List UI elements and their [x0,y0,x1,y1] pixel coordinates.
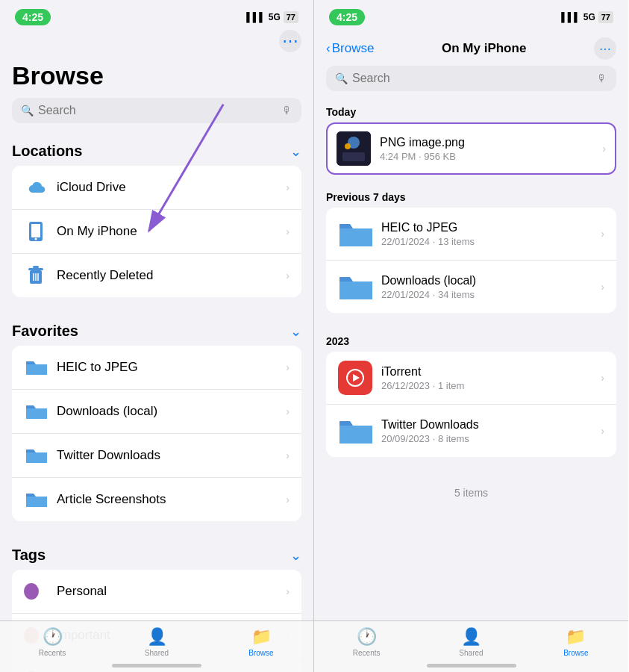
recently-deleted-item[interactable]: Recently Deleted › [12,254,301,297]
locations-group: iCloud Drive › On My iPhone › Recently D… [12,166,301,297]
heic-jpeg-right-meta: 22/01/2024 · 13 items [381,236,601,247]
status-time-right: 4:25 [329,9,365,25]
prev-group: HEIC to JPEG 22/01/2024 · 13 items › Dow… [326,208,616,313]
right-content: Today PNG image.png 4:24 PM · 956 KB › P… [314,100,628,672]
svg-rect-4 [28,268,43,270]
downloads-local-fav-label: Downloads (local) [57,404,286,419]
home-indicator-left [112,664,201,668]
icloud-drive-label: iCloud Drive [57,180,286,195]
browse-icon-left: 📁 [251,627,272,647]
favorites-section-header: Favorites ⌄ [0,312,313,346]
battery-icon-right: 77 [598,11,613,23]
recents-label-left: Recents [39,649,66,657]
itorrent-item[interactable]: iTorrent 26/12/2023 · 1 item › [326,352,616,405]
downloads-local-fav-item[interactable]: Downloads (local) › [12,390,301,434]
tags-chevron[interactable]: ⌄ [290,547,301,564]
svg-rect-12 [342,152,365,161]
tab-shared-right[interactable]: 👤 Shared [419,627,523,657]
twitter-downloads-fav-item[interactable]: Twitter Downloads › [12,434,301,478]
home-indicator-right [427,664,516,668]
on-my-iphone-chevron: › [286,225,290,237]
personal-tag-icon [24,579,48,603]
mic-icon-left[interactable]: 🎙 [282,105,292,116]
locations-chevron[interactable]: ⌄ [290,143,301,160]
trash-icon [24,264,48,287]
itorrent-info: iTorrent 26/12/2023 · 1 item [381,365,601,391]
tab-browse-right[interactable]: 📁 Browse [524,627,628,657]
svg-rect-5 [33,266,39,268]
items-count: 5 items [314,472,628,506]
search-bar-left[interactable]: 🔍 🎙 [12,98,301,123]
browse-label-right: Browse [563,649,588,657]
today-item-meta: 4:24 PM · 956 KB [380,151,602,162]
folder-icon-article [24,488,48,511]
today-png-item[interactable]: PNG image.png 4:24 PM · 956 KB › [326,122,616,175]
on-my-iphone-item[interactable]: On My iPhone › [12,210,301,254]
chevron-left-icon: ‹ [326,41,331,56]
folder-icon-twitter [24,444,48,467]
heic-jpeg-right-info: HEIC to JPEG 22/01/2024 · 13 items [381,221,601,247]
mic-icon-right[interactable]: 🎙 [597,72,607,84]
more-button-left[interactable]: ⋯ [279,30,301,52]
more-button-right[interactable]: ⋯ [594,37,616,60]
folder-icon-downloads [24,399,48,423]
svg-point-13 [345,143,351,149]
folder-icon-dl-right [338,270,372,304]
downloads-local-right-name: Downloads (local) [381,274,601,287]
shared-label-right: Shared [459,649,483,657]
tab-recents-left[interactable]: 🕐 Recents [0,627,104,657]
search-icon-left: 🔍 [21,105,34,116]
article-screenshots-fav-label: Article Screenshots [57,492,286,507]
search-bar-right[interactable]: 🔍 🎙 [326,66,616,91]
shared-label-left: Shared [145,649,169,657]
favorites-title: Favorites [12,323,78,340]
icloud-drive-chevron: › [286,181,290,193]
twitter-downloads-right-item[interactable]: Twitter Downloads 20/09/2023 · 8 items › [326,405,616,457]
itorrent-chevron: › [601,372,604,384]
downloads-local-right-item[interactable]: Downloads (local) 22/01/2024 · 34 items … [326,261,616,313]
network-icon-left: 5G [269,12,281,22]
battery-icon-left: 77 [284,11,298,23]
twitter-downloads-right-meta: 20/09/2023 · 8 items [381,433,601,444]
heic-jpeg-right-item[interactable]: HEIC to JPEG 22/01/2024 · 13 items › [326,208,616,261]
locations-section-header: Locations ⌄ [0,132,313,166]
downloads-local-right-info: Downloads (local) 22/01/2024 · 34 items [381,274,601,300]
tab-recents-right[interactable]: 🕐 Recents [314,627,419,657]
itorrent-icon [338,361,372,395]
shared-icon-left: 👤 [147,627,167,647]
year-2023-group: iTorrent 26/12/2023 · 1 item › Twitter D… [326,352,616,457]
back-button-right[interactable]: ‹ Browse [326,41,374,56]
downloads-local-right-meta: 22/01/2024 · 34 items [381,289,601,300]
tags-section-header: Tags ⌄ [0,536,313,570]
tab-shared-left[interactable]: 👤 Shared [104,627,209,657]
twitter-downloads-right-info: Twitter Downloads 20/09/2023 · 8 items [381,418,601,444]
left-panel: 4:25 ▌▌▌ 5G 77 ⋯ Browse 🔍 🎙 Locations ⌄ [0,0,314,672]
recently-deleted-chevron: › [286,270,290,281]
signal-icon-right: ▌▌▌ [561,12,581,22]
article-screenshots-fav-item[interactable]: Article Screenshots › [12,478,301,521]
folder-icon-heic-right [338,217,372,251]
year-2023-label: 2023 [314,328,628,352]
personal-tag-item[interactable]: Personal › [12,570,301,614]
favorites-chevron[interactable]: ⌄ [290,323,301,340]
shared-icon-right: 👤 [461,627,481,647]
icloud-icon [24,175,48,199]
icloud-drive-item[interactable]: iCloud Drive › [12,166,301,210]
recently-deleted-label: Recently Deleted [57,268,286,283]
twitter-downloads-fav-label: Twitter Downloads [57,448,286,463]
today-label: Today [314,100,628,122]
recents-icon-left: 🕐 [43,627,63,647]
search-input-right[interactable] [352,72,592,85]
recents-label-right: Recents [353,649,381,657]
search-input-left[interactable] [38,104,278,117]
tab-browse-left[interactable]: 📁 Browse [209,627,313,657]
browse-header: Browse [0,55,313,98]
heic-jpeg-fav-label: HEIC to JPEG [57,360,286,375]
browse-title: Browse [12,61,301,90]
today-item-info: PNG image.png 4:24 PM · 956 KB [380,136,602,162]
network-icon-right: 5G [583,12,595,22]
heic-jpeg-fav-item[interactable]: HEIC to JPEG › [12,346,301,390]
personal-tag-label: Personal [57,584,286,599]
dl-right-chevron: › [601,281,604,293]
svg-point-2 [35,238,37,240]
